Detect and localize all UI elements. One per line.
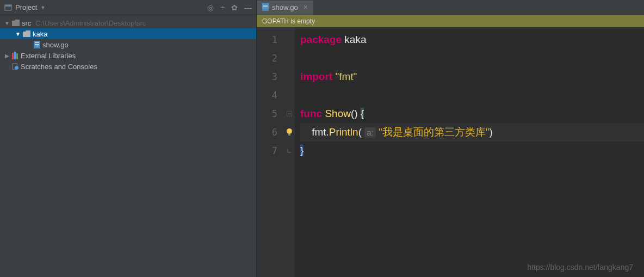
- tab-show-go[interactable]: show.go ×: [257, 1, 313, 15]
- gutter-blank: [284, 30, 295, 49]
- close-brace: }: [300, 145, 304, 156]
- sidebar-title-area[interactable]: Project ▼: [4, 3, 45, 11]
- tree-root-src[interactable]: ▼ src C:\Users\Administrator\Desktop\src: [0, 17, 256, 28]
- svg-rect-1: [5, 5, 11, 7]
- tree-label: Scratches and Consoles: [21, 63, 97, 71]
- svg-rect-5: [35, 46, 38, 46]
- keyword-func: func: [300, 108, 322, 119]
- bulb-icon[interactable]: [284, 123, 295, 141]
- scratches-icon: [12, 63, 18, 70]
- keyword-import: import: [300, 71, 332, 82]
- library-icon: [12, 52, 18, 59]
- line-number[interactable]: 7: [257, 141, 284, 160]
- keyword-package: package: [300, 34, 342, 45]
- svg-rect-8: [16, 53, 18, 59]
- target-icon[interactable]: ◎: [207, 3, 214, 12]
- dropdown-arrow-icon: ▼: [40, 5, 45, 10]
- gutter-blank: [284, 67, 295, 86]
- chevron-down-icon: ▼: [15, 31, 21, 37]
- tree-label: kaka: [33, 30, 47, 38]
- svg-point-10: [15, 66, 18, 70]
- svg-rect-7: [14, 52, 16, 59]
- collapse-icon[interactable]: ÷: [220, 3, 225, 12]
- project-sidebar: Project ▼ ◎ ÷ ✿ — ▼ src C:\Users\Adminis…: [0, 0, 257, 277]
- tree-scratches[interactable]: Scratches and Consoles: [0, 61, 256, 72]
- line-number[interactable]: 5: [257, 104, 284, 123]
- svg-rect-3: [35, 42, 39, 43]
- identifier: fmt.: [312, 126, 329, 138]
- svg-rect-12: [263, 5, 268, 5]
- line-number[interactable]: 6: [257, 123, 284, 141]
- sidebar-title: Project: [15, 3, 37, 11]
- fold-end-icon[interactable]: [284, 141, 295, 160]
- close-icon[interactable]: ×: [304, 3, 308, 11]
- tree-external-libraries[interactable]: ▶ External Libraries: [0, 50, 256, 61]
- gear-icon[interactable]: ✿: [231, 3, 238, 12]
- line-number[interactable]: 3: [257, 67, 284, 86]
- svg-point-16: [287, 128, 292, 134]
- parens: (): [351, 108, 358, 119]
- code-line[interactable]: import "fmt": [300, 67, 644, 86]
- gutter-blank: [284, 49, 295, 67]
- sidebar-toolbar: ◎ ÷ ✿ —: [207, 3, 252, 12]
- chevron-right-icon: ▶: [4, 53, 10, 59]
- close-paren: ): [490, 126, 493, 138]
- line-number[interactable]: 1: [257, 30, 284, 49]
- warning-bar[interactable]: GOPATH is empty: [257, 15, 644, 27]
- hide-icon[interactable]: —: [244, 3, 252, 12]
- code-content[interactable]: package kaka import "fmt" func Show() { …: [295, 27, 644, 277]
- svg-rect-4: [35, 44, 39, 45]
- gutter-blank: [284, 86, 295, 104]
- code-area: 1 2 3 4 5 6 7 package kaka import "fmt" …: [257, 27, 644, 277]
- svg-rect-17: [288, 134, 290, 136]
- parameter-hint: a:: [364, 127, 376, 138]
- tree-file-show-go[interactable]: show.go: [0, 39, 256, 50]
- tree-label: External Libraries: [21, 52, 76, 60]
- code-line[interactable]: [300, 49, 644, 67]
- string-literal: "我是桌面的第三方类库": [379, 126, 490, 138]
- svg-rect-13: [263, 7, 268, 7]
- string-literal: "fmt": [335, 71, 357, 82]
- code-line[interactable]: package kaka: [300, 30, 644, 49]
- project-icon: [4, 4, 12, 11]
- function-name: Show: [325, 108, 351, 119]
- gutter-icons: [284, 27, 295, 277]
- fold-icon[interactable]: [284, 104, 295, 123]
- open-brace: {: [361, 108, 364, 119]
- line-number[interactable]: 2: [257, 49, 284, 67]
- editor-area: show.go × GOPATH is empty 1 2 3 4 5 6 7 …: [257, 0, 644, 277]
- folder-icon: [23, 30, 30, 37]
- code-line[interactable]: func Show() {: [300, 104, 644, 123]
- project-tree: ▼ src C:\Users\Administrator\Desktop\src…: [0, 15, 256, 277]
- code-line[interactable]: }: [300, 141, 644, 160]
- tree-label: show.go: [42, 41, 69, 49]
- line-number[interactable]: 4: [257, 86, 284, 104]
- go-file-icon: [262, 3, 269, 11]
- line-gutter: 1 2 3 4 5 6 7: [257, 27, 284, 277]
- folder-icon: [12, 20, 20, 26]
- chevron-down-icon: ▼: [4, 20, 10, 26]
- tab-bar: show.go ×: [257, 0, 644, 15]
- sidebar-header: Project ▼ ◎ ÷ ✿ —: [0, 0, 256, 15]
- tab-label: show.go: [272, 3, 298, 11]
- tree-folder-kaka[interactable]: ▼ kaka: [0, 28, 256, 39]
- code-line[interactable]: [300, 86, 644, 104]
- open-paren: (: [358, 126, 362, 138]
- identifier: kaka: [344, 34, 366, 45]
- svg-rect-6: [12, 53, 14, 59]
- tree-label: src: [22, 19, 31, 27]
- code-line[interactable]: fmt.Println( a: "我是桌面的第三方类库"): [300, 123, 644, 141]
- tree-path: C:\Users\Administrator\Desktop\src: [35, 19, 146, 27]
- go-file-icon: [34, 41, 40, 48]
- method-name: Println: [329, 126, 358, 138]
